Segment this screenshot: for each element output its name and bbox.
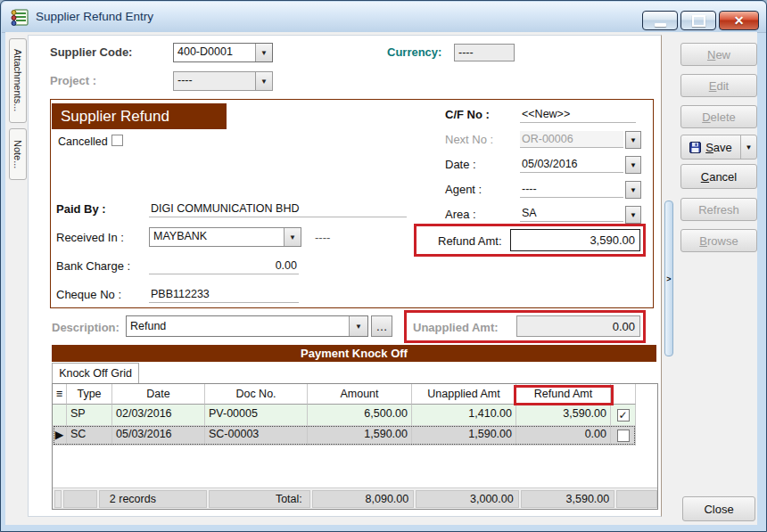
next-no-value: OR-00006 (522, 133, 573, 145)
delete-button-label: Delete (702, 110, 736, 124)
area-dropdown-button[interactable]: ▼ (625, 206, 641, 224)
cf-no-value: <<New>> (522, 108, 570, 120)
date-dropdown-button[interactable]: ▼ (625, 156, 641, 174)
knockoff-grid: ≡ Type Date Doc No. Amount Unapplied Amt… (52, 383, 658, 510)
col-unapplied[interactable]: Unapplied Amt (412, 384, 516, 405)
new-button[interactable]: New (680, 43, 757, 66)
cancel-button[interactable]: Cancel (680, 164, 757, 189)
knockoff-grid-tab[interactable]: Knock Off Grid (52, 363, 139, 383)
supplier-code-combo[interactable]: 400-D0001 ▼ (173, 43, 273, 62)
maximize-icon (692, 15, 705, 27)
footer-trailing-cell (616, 490, 657, 508)
edit-button[interactable]: Edit (680, 74, 757, 97)
area-label: Area : (445, 208, 476, 221)
received-in-value: MAYBANK (150, 228, 284, 246)
currency-field: ---- (454, 44, 515, 61)
next-no-label: Next No : (445, 133, 493, 146)
received-in-combo[interactable]: MAYBANK ▼ (149, 227, 301, 247)
cell-amount: 6,500.00 (308, 405, 412, 425)
paid-by-value: DIGI COMMUNICATION BHD (151, 202, 299, 215)
window-title: Supplier Refund Entry (36, 2, 153, 32)
browse-button[interactable]: Browse (680, 229, 757, 252)
project-label: Project : (50, 74, 96, 87)
bank-charge-field[interactable]: 0.00 (149, 258, 299, 274)
close-button[interactable]: Close (682, 496, 755, 521)
paid-by-label: Paid By : (56, 202, 106, 216)
refresh-button[interactable]: Refresh (680, 198, 757, 221)
close-button-label: Close (704, 503, 733, 516)
col-checkbox (611, 384, 636, 405)
note-tab-label: Note... (12, 140, 23, 168)
col-type[interactable]: Type (67, 384, 112, 405)
bank-charge-label: Bank Charge : (56, 259, 130, 273)
description-combo[interactable]: Refund ▼ (126, 315, 368, 337)
cell-refund: 0.00 (516, 425, 611, 446)
ellipsis-icon: … (376, 320, 388, 333)
project-combo[interactable]: ---- ▼ (173, 71, 273, 91)
agent-label: Agent : (445, 183, 482, 196)
footer-indicator-cell (54, 490, 62, 508)
cancelled-checkbox[interactable] (111, 135, 123, 146)
project-value: ---- (174, 72, 255, 90)
cheque-no-field[interactable]: PBB112233 (149, 286, 299, 303)
row-indicator (53, 405, 67, 425)
chevron-down-icon[interactable]: ▼ (255, 44, 272, 61)
cell-date: 02/03/2016 (112, 405, 205, 425)
currency-value: ---- (458, 46, 474, 59)
close-window-button[interactable]: ✕ (719, 11, 759, 30)
note-tab[interactable]: Note... (9, 128, 27, 180)
supplier-refund-banner: Supplier Refund (52, 103, 227, 129)
agent-value: ---- (522, 183, 537, 195)
chevron-down-icon: ▼ (630, 186, 637, 194)
col-amount[interactable]: Amount (308, 384, 412, 405)
description-browse-button[interactable]: … (371, 315, 392, 337)
cell-type: SC (67, 425, 112, 446)
table-row[interactable]: ▶ SC 05/03/2016 SC-00003 1,590.00 1,590.… (53, 425, 636, 446)
payment-knockoff-header: Payment Knock Off (52, 345, 656, 362)
grid-footer: 2 records Total: 8,090.00 3,000.00 3,590… (53, 487, 657, 509)
supplier-refund-entry-window: Supplier Refund Entry ✕ Attachments... N… (0, 0, 767, 532)
col-refund[interactable]: Refund Amt (516, 384, 611, 405)
footer-blank-cell (63, 490, 97, 508)
next-no-dropdown-button[interactable]: ▼ (625, 131, 641, 149)
attachments-tab[interactable]: Attachments... (9, 38, 27, 123)
new-button-label: New (707, 48, 730, 61)
received-in-extra: ---- (315, 231, 330, 244)
table-row[interactable]: SP 02/03/2016 PV-00005 6,500.00 1,410.00… (53, 405, 636, 425)
save-button[interactable]: Save ▼ (680, 135, 757, 160)
row-checkbox[interactable]: ✓ (617, 409, 630, 422)
title-bar[interactable]: Supplier Refund Entry ✕ (2, 2, 766, 33)
minimize-button[interactable] (642, 11, 678, 30)
delete-button[interactable]: Delete (680, 105, 757, 128)
chevron-down-icon: ▼ (630, 161, 637, 169)
col-date[interactable]: Date (112, 384, 205, 405)
save-dropdown-button[interactable]: ▼ (740, 135, 756, 159)
chevron-down-icon[interactable]: ▼ (349, 316, 367, 336)
date-label: Date : (445, 158, 476, 171)
paid-by-field[interactable]: DIGI COMMUNICATION BHD (149, 201, 407, 217)
cell-amount: 1,590.00 (308, 425, 412, 446)
chevron-down-icon[interactable]: ▼ (284, 228, 301, 246)
chevron-down-icon: ▼ (630, 211, 637, 219)
chevron-down-icon: ▼ (255, 72, 272, 90)
minimize-icon (655, 23, 666, 27)
row-checkbox[interactable] (617, 430, 630, 442)
cell-refund: 3,590.00 (516, 405, 611, 425)
cheque-no-value: PBB112233 (151, 288, 210, 300)
maximize-button[interactable] (680, 11, 716, 30)
area-field[interactable]: SA (520, 205, 623, 222)
grid-menu-icon[interactable]: ≡ (53, 384, 67, 405)
chevron-down-icon: ▼ (746, 143, 753, 151)
cancelled-label: Cancelled (58, 135, 108, 148)
date-field[interactable]: 05/03/2016 (520, 156, 623, 173)
total-label: Total: (209, 490, 310, 508)
cell-doc-no: SC-00003 (205, 425, 308, 446)
next-no-field: OR-00006 (520, 131, 623, 148)
col-doc-no[interactable]: Doc No. (205, 384, 308, 405)
agent-field[interactable]: ---- (520, 181, 623, 198)
agent-dropdown-button[interactable]: ▼ (625, 181, 641, 199)
panel-splitter[interactable]: > (664, 201, 673, 356)
grid-header-row: ≡ Type Date Doc No. Amount Unapplied Amt… (53, 384, 636, 405)
cheque-no-label: Cheque No : (56, 288, 121, 301)
refund-amt-input[interactable]: 3,590.00 (510, 229, 640, 251)
